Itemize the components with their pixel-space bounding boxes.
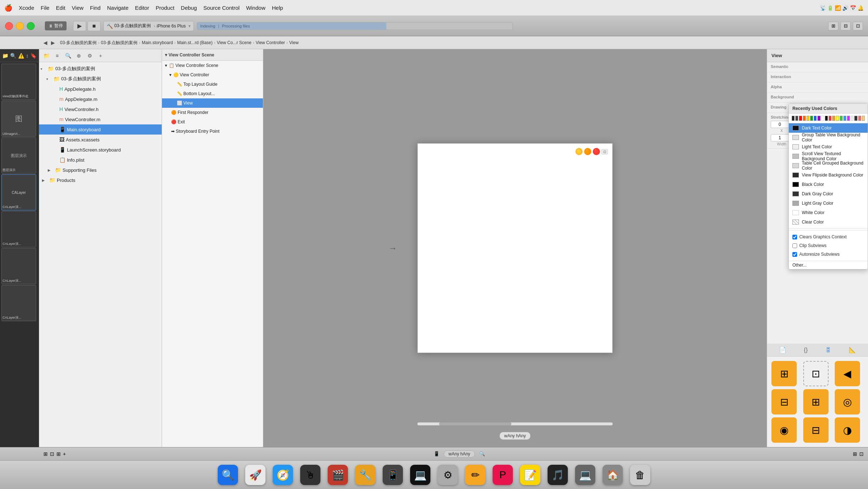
- tree-item-supporting-files[interactable]: ▶ 📁 Supporting Files: [39, 165, 162, 175]
- scene-item-bottom-layout[interactable]: 📏 Bottom Layout...: [162, 89, 263, 98]
- warning-icon[interactable]: ⚠️: [18, 53, 24, 59]
- tree-item-root[interactable]: ▾ 📁 03-多点触摸的案例: [39, 64, 162, 74]
- color-item-black[interactable]: Black Color: [789, 180, 868, 189]
- tree-item-viewcontroller-m[interactable]: m ViewController.m: [39, 114, 162, 124]
- status-icon-2[interactable]: ⊡: [50, 451, 54, 457]
- recent-swatch-20[interactable]: [862, 116, 865, 121]
- color-item-white[interactable]: White Color: [789, 208, 868, 217]
- breadcrumb-2[interactable]: 03-多点触摸的案例: [101, 40, 137, 46]
- clears-graphics-checkbox[interactable]: [792, 235, 797, 239]
- recent-swatch-9[interactable]: [821, 116, 824, 121]
- breadcrumb-5[interactable]: View Co...r Scene: [217, 40, 251, 45]
- tree-item-assets[interactable]: 🖼 Assets.xcassets: [39, 135, 162, 145]
- dock-launchpad[interactable]: 🚀: [245, 465, 265, 485]
- recent-swatch-15[interactable]: [843, 116, 846, 121]
- menu-file[interactable]: File: [41, 5, 50, 11]
- thumbnail-7[interactable]: CALayer演...: [1, 285, 36, 321]
- menu-editor[interactable]: Editor: [135, 5, 149, 11]
- color-item-light-text[interactable]: Light Text Color: [789, 142, 868, 152]
- close-button[interactable]: [5, 22, 13, 30]
- recent-swatch-13[interactable]: [836, 116, 839, 121]
- icon-cell-5[interactable]: ⊞: [803, 389, 829, 414]
- thumbnail-4[interactable]: CALayer CALayer演...: [1, 174, 36, 211]
- add-nav-icon[interactable]: +: [96, 51, 105, 60]
- thumbnail-2[interactable]: 图 UIlmageVi...: [1, 101, 36, 137]
- breadcrumb-1[interactable]: 03-多点触摸的案例: [60, 40, 97, 46]
- recent-swatch-14[interactable]: [840, 116, 843, 121]
- status-icon-4[interactable]: +: [63, 451, 66, 457]
- icon-cell-3[interactable]: ◀: [835, 361, 860, 386]
- device-btn-orange[interactable]: 🟠: [584, 148, 591, 155]
- stretch-width-input[interactable]: [771, 134, 789, 141]
- dock-mouse[interactable]: 🖱: [300, 465, 320, 485]
- breadcrumb-3[interactable]: Main.storyboard: [142, 40, 173, 45]
- thumbnail-5[interactable]: CALayer演...: [1, 211, 36, 247]
- color-item-flipside-bg[interactable]: View Flipside Background Color: [789, 170, 868, 180]
- dock-music[interactable]: 🎵: [548, 465, 568, 485]
- scrollbar-thumb[interactable]: [439, 422, 511, 425]
- color-item-group-bg[interactable]: Group Table View Background Color: [789, 133, 868, 142]
- tab-size[interactable]: 📐: [847, 345, 858, 355]
- tree-item-products[interactable]: ▶ 📁 Products: [39, 175, 162, 185]
- status-right-icon-2[interactable]: ⊡: [859, 451, 864, 457]
- scheme-selector[interactable]: 🔨 03-多点触摸的案例 › iPhone 6s Plus ▾: [103, 21, 194, 31]
- dock-terminal[interactable]: 💻: [410, 465, 430, 485]
- list-nav-icon[interactable]: ≡: [53, 51, 61, 60]
- recent-swatch-17[interactable]: [851, 116, 854, 121]
- icon-cell-6[interactable]: ◎: [835, 389, 860, 414]
- status-panel-icon[interactable]: 📱: [434, 451, 439, 456]
- dock-sketch[interactable]: ✏: [465, 465, 485, 485]
- recent-swatch-3[interactable]: [799, 116, 802, 121]
- icon-cell-4[interactable]: ⊟: [771, 389, 797, 414]
- color-item-clear[interactable]: Clear Color: [789, 217, 868, 227]
- fullscreen-button[interactable]: [27, 22, 35, 30]
- tab-code[interactable]: {}: [803, 345, 809, 355]
- nav-back-button[interactable]: ◀: [43, 40, 47, 46]
- scene-item-view[interactable]: ⬜ View: [162, 98, 263, 108]
- scene-disclosure[interactable]: ▾: [165, 52, 167, 58]
- scene-item-exit[interactable]: 🔴 Exit: [162, 117, 263, 127]
- canvas-scrollbar[interactable]: [417, 422, 613, 425]
- recent-swatch-10[interactable]: [825, 116, 828, 121]
- status-icon-3[interactable]: ⊞: [56, 451, 61, 457]
- tab-file[interactable]: 📄: [778, 345, 788, 355]
- debug-toggle[interactable]: ⊟: [841, 22, 851, 30]
- scene-item-vc-scene[interactable]: ▾ 📋 View Controller Scene: [162, 61, 263, 70]
- breadcrumb-6[interactable]: View Controller: [256, 40, 285, 45]
- folder-icon[interactable]: 📁: [2, 53, 8, 59]
- dock-ptype[interactable]: P: [493, 465, 513, 485]
- menu-window[interactable]: Window: [246, 5, 265, 11]
- color-item-table-cell-bg[interactable]: Table Cell Grouped Background Color: [789, 161, 868, 170]
- menu-find[interactable]: Find: [90, 5, 101, 11]
- tree-item-infoplist[interactable]: 📋 Info.plist: [39, 155, 162, 165]
- apple-menu[interactable]: 🍎: [4, 4, 12, 12]
- recent-swatch-6[interactable]: [810, 116, 813, 121]
- icon-cell-1[interactable]: ⊞: [771, 361, 797, 386]
- scene-item-vc[interactable]: ▾ 🟡 View Controller: [162, 70, 263, 80]
- menu-edit[interactable]: Edit: [56, 5, 65, 11]
- dock-safari[interactable]: 🧭: [273, 465, 293, 485]
- dock-app1[interactable]: 💻: [575, 465, 595, 485]
- device-btn-red[interactable]: 🔴: [593, 148, 600, 155]
- tree-item-appdelegate-m[interactable]: m AppDelegate.m: [39, 94, 162, 104]
- color-item-dark-gray[interactable]: Dark Gray Color: [789, 189, 868, 199]
- icon-cell-7[interactable]: ◉: [771, 417, 797, 443]
- dock-settings[interactable]: ⚙: [438, 465, 458, 485]
- breadcrumb-7[interactable]: View: [289, 40, 299, 45]
- autoresize-subviews-checkbox[interactable]: [792, 252, 797, 257]
- dock-trash[interactable]: 🗑: [630, 465, 650, 485]
- scene-item-top-layout[interactable]: 📏 Top Layout Guide: [162, 80, 263, 89]
- color-item-dark-text[interactable]: Dark Text Color: [789, 123, 868, 133]
- tree-item-root-inner[interactable]: ▾ 📁 03-多点触摸的案例: [39, 74, 162, 84]
- thumbnail-6[interactable]: CALayer演...: [1, 248, 36, 284]
- recent-swatch-11[interactable]: [829, 116, 831, 121]
- menu-product[interactable]: Product: [156, 5, 174, 11]
- nav-forward-button[interactable]: ▶: [51, 40, 55, 46]
- menu-xcode[interactable]: Xcode: [19, 5, 34, 11]
- tree-item-appdelegate-h[interactable]: H AppDelegate.h: [39, 84, 162, 94]
- menu-help[interactable]: Help: [272, 5, 283, 11]
- zoom-icon[interactable]: 🔍: [479, 451, 485, 456]
- recent-swatch-4[interactable]: [803, 116, 806, 121]
- search-nav-icon[interactable]: 🔍: [64, 51, 72, 60]
- tree-item-viewcontroller-h[interactable]: H ViewController.h: [39, 104, 162, 114]
